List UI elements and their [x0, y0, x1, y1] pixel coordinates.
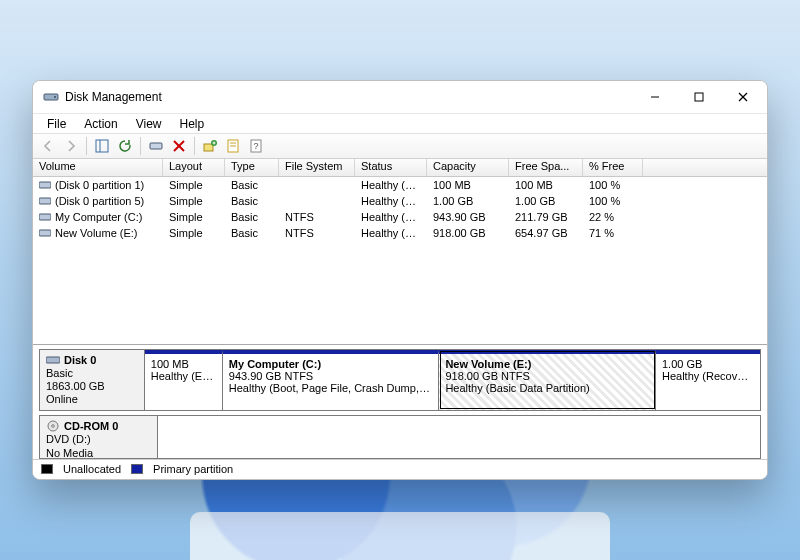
- delete-button[interactable]: [168, 135, 190, 157]
- taskbar-hint: [190, 512, 610, 560]
- col-freespace[interactable]: Free Spa...: [509, 159, 583, 176]
- volume-name: My Computer (C:): [55, 211, 142, 223]
- volume-row[interactable]: New Volume (E:) Simple Basic NTFS Health…: [33, 225, 767, 241]
- svg-rect-11: [204, 144, 213, 151]
- col-capacity[interactable]: Capacity: [427, 159, 509, 176]
- disk-management-window: Disk Management File Action View Help: [32, 80, 768, 480]
- partition-size: 100 MB: [151, 358, 216, 370]
- volume-name: New Volume (E:): [55, 227, 138, 239]
- volume-layout: Simple: [163, 179, 225, 191]
- legend-primary: Primary partition: [153, 463, 233, 475]
- svg-rect-23: [39, 230, 51, 236]
- toolbar: ?: [33, 133, 767, 159]
- volume-layout: Simple: [163, 227, 225, 239]
- disk-0-partitions: 100 MB Healthy (EFI Sy My Computer (C:) …: [145, 350, 760, 410]
- forward-button[interactable]: [60, 135, 82, 157]
- new-simple-volume-button[interactable]: [199, 135, 221, 157]
- volume-fs: NTFS: [279, 227, 355, 239]
- cdrom-empty-area: [158, 416, 760, 458]
- svg-rect-21: [39, 198, 51, 204]
- volume-free: 654.97 GB: [509, 227, 583, 239]
- minimize-button[interactable]: [633, 82, 677, 112]
- menu-help[interactable]: Help: [172, 116, 213, 132]
- rescan-disks-button[interactable]: [145, 135, 167, 157]
- disk-0-row[interactable]: Disk 0 Basic 1863.00 GB Online 100 MB He…: [39, 349, 761, 411]
- svg-point-1: [54, 96, 56, 98]
- volume-name: (Disk 0 partition 1): [55, 179, 144, 191]
- partition-title: New Volume (E:): [445, 358, 649, 370]
- disk-size: 1863.00 GB: [46, 380, 138, 392]
- cdrom-type: DVD (D:): [46, 433, 151, 445]
- volume-pct: 22 %: [583, 211, 643, 223]
- titlebar[interactable]: Disk Management: [33, 81, 767, 113]
- volume-type: Basic: [225, 195, 279, 207]
- back-button[interactable]: [37, 135, 59, 157]
- volume-free: 100 MB: [509, 179, 583, 191]
- menu-view[interactable]: View: [128, 116, 170, 132]
- volume-layout: Simple: [163, 211, 225, 223]
- volume-list-header: Volume Layout Type File System Status Ca…: [33, 159, 767, 177]
- legend: Unallocated Primary partition: [33, 459, 767, 477]
- cdrom-0-label[interactable]: CD-ROM 0 DVD (D:) No Media: [40, 416, 158, 458]
- volume-row[interactable]: (Disk 0 partition 1) Simple Basic Health…: [33, 177, 767, 193]
- col-filesystem[interactable]: File System: [279, 159, 355, 176]
- svg-text:?: ?: [253, 141, 258, 151]
- partition-size: 918.00 GB NTFS: [445, 370, 649, 382]
- menu-action[interactable]: Action: [76, 116, 125, 132]
- svg-rect-20: [39, 182, 51, 188]
- volume-icon: [39, 212, 51, 222]
- col-volume[interactable]: Volume: [33, 159, 163, 176]
- cdrom-status: No Media: [46, 447, 151, 459]
- col-layout[interactable]: Layout: [163, 159, 225, 176]
- window-title: Disk Management: [65, 90, 162, 104]
- refresh-button[interactable]: [114, 135, 136, 157]
- partition-status: Healthy (Boot, Page File, Crash Dump, Ba…: [229, 382, 433, 394]
- close-button[interactable]: [721, 82, 765, 112]
- partition-size: 943.90 GB NTFS: [229, 370, 433, 382]
- disk-name: Disk 0: [64, 354, 96, 366]
- disk-0-label[interactable]: Disk 0 Basic 1863.00 GB Online: [40, 350, 145, 410]
- volume-type: Basic: [225, 227, 279, 239]
- partition-status: Healthy (Recovery Partiti: [662, 370, 754, 382]
- swatch-unallocated: [41, 464, 53, 474]
- col-status[interactable]: Status: [355, 159, 427, 176]
- properties-button[interactable]: [222, 135, 244, 157]
- volume-free: 1.00 GB: [509, 195, 583, 207]
- hard-disk-icon: [46, 354, 60, 366]
- volume-row[interactable]: (Disk 0 partition 5) Simple Basic Health…: [33, 193, 767, 209]
- volume-pct: 100 %: [583, 195, 643, 207]
- volume-pct: 71 %: [583, 227, 643, 239]
- menubar: File Action View Help: [33, 113, 767, 133]
- volume-status: Healthy (R...: [355, 195, 427, 207]
- maximize-button[interactable]: [677, 82, 721, 112]
- partition-e-selected[interactable]: New Volume (E:) 918.00 GB NTFS Healthy (…: [439, 350, 656, 410]
- volume-capacity: 1.00 GB: [427, 195, 509, 207]
- partition-recovery[interactable]: 1.00 GB Healthy (Recovery Partiti: [656, 350, 760, 410]
- partition-c[interactable]: My Computer (C:) 943.90 GB NTFS Healthy …: [223, 350, 440, 410]
- volume-layout: Simple: [163, 195, 225, 207]
- volume-row[interactable]: My Computer (C:) Simple Basic NTFS Healt…: [33, 209, 767, 225]
- partition-status: Healthy (Basic Data Partition): [445, 382, 649, 394]
- show-hide-console-tree-button[interactable]: [91, 135, 113, 157]
- volume-capacity: 943.90 GB: [427, 211, 509, 223]
- help-button[interactable]: ?: [245, 135, 267, 157]
- back-arrow-icon: [40, 138, 56, 154]
- forward-arrow-icon: [63, 138, 79, 154]
- volume-free: 211.79 GB: [509, 211, 583, 223]
- disk-status: Online: [46, 393, 138, 405]
- disk-management-icon: [43, 89, 59, 105]
- volume-status: Healthy (B...: [355, 227, 427, 239]
- volume-list-pane: Volume Layout Type File System Status Ca…: [33, 159, 767, 345]
- col-type[interactable]: Type: [225, 159, 279, 176]
- svg-point-26: [52, 425, 55, 428]
- legend-unallocated: Unallocated: [63, 463, 121, 475]
- properties-icon: [225, 138, 241, 154]
- disk-small-icon: [148, 138, 164, 154]
- menu-file[interactable]: File: [39, 116, 74, 132]
- cdrom-0-row[interactable]: CD-ROM 0 DVD (D:) No Media: [39, 415, 761, 459]
- volume-icon: [39, 228, 51, 238]
- volume-capacity: 918.00 GB: [427, 227, 509, 239]
- svg-rect-8: [150, 143, 162, 149]
- col-pctfree[interactable]: % Free: [583, 159, 643, 176]
- partition-efi[interactable]: 100 MB Healthy (EFI Sy: [145, 350, 223, 410]
